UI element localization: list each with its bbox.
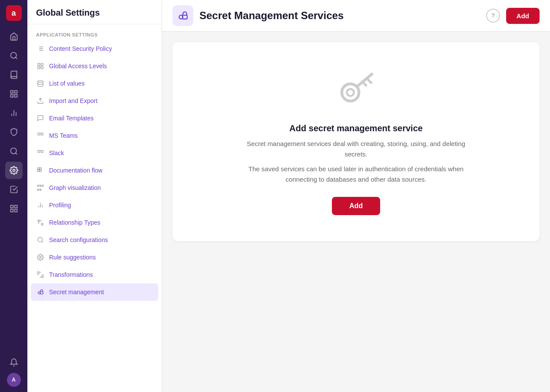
empty-state-description1: Secret management services deal with cre…: [243, 139, 469, 159]
svg-rect-3: [14, 91, 17, 93]
sidebar-item-label: Relationship Types: [49, 219, 100, 226]
svg-line-54: [367, 79, 371, 83]
left-sidebar: Global Settings Application Settings Con…: [27, 0, 162, 392]
sidebar-item-label: List of values: [49, 80, 85, 87]
sidebar-item-global-access-levels[interactable]: Global Access Levels: [27, 57, 162, 75]
email-templates-icon: [36, 114, 45, 123]
svg-rect-25: [41, 150, 43, 153]
sidebar-item-import-export[interactable]: Import and Export: [27, 92, 162, 110]
svg-rect-32: [42, 185, 43, 186]
sidebar-item-rule-suggestions[interactable]: Rule suggestions: [27, 249, 162, 266]
transformations-icon: [36, 270, 45, 279]
global-access-levels-icon: [36, 62, 45, 70]
sidebar-item-graph-visualization[interactable]: Graph visualization: [27, 179, 162, 196]
svg-rect-46: [42, 276, 43, 278]
nav-icon-search-adv[interactable]: [5, 143, 23, 160]
svg-point-0: [10, 53, 16, 58]
svg-rect-22: [38, 133, 40, 135]
empty-state-add-button[interactable]: Add: [332, 197, 380, 215]
svg-point-39: [41, 223, 43, 225]
svg-line-1: [15, 57, 17, 59]
icon-sidebar: a A: [0, 0, 27, 392]
svg-line-10: [15, 153, 17, 155]
sidebar-item-label: Search configurations: [49, 236, 108, 243]
nav-icon-analytics[interactable]: [5, 104, 23, 122]
ms-teams-icon: [36, 131, 45, 140]
sidebar-item-label: Graph visualization: [49, 184, 101, 191]
sidebar-item-label: Import and Export: [49, 97, 97, 104]
svg-rect-45: [37, 272, 39, 273]
sidebar-item-slack[interactable]: Slack: [27, 144, 162, 162]
nav-icon-add-widget[interactable]: [5, 200, 23, 217]
sidebar-item-label: Documentation flow: [49, 167, 103, 174]
svg-rect-4: [14, 95, 17, 97]
user-avatar[interactable]: A: [7, 373, 21, 387]
svg-line-43: [42, 241, 43, 243]
svg-rect-27: [40, 168, 41, 169]
help-icon: ?: [491, 12, 495, 19]
page-title: Secret Management Services: [199, 10, 480, 22]
svg-rect-18: [38, 66, 40, 69]
svg-point-9: [10, 148, 16, 154]
sidebar-item-search-configurations[interactable]: Search configurations: [27, 231, 162, 249]
svg-point-52: [347, 89, 354, 96]
svg-rect-26: [37, 168, 39, 169]
nav-icon-book[interactable]: [5, 66, 23, 83]
sidebar-item-transformations[interactable]: Transformations: [27, 266, 162, 283]
svg-rect-5: [10, 95, 13, 97]
svg-rect-2: [10, 91, 13, 93]
help-button[interactable]: ?: [486, 9, 500, 23]
relationship-types-icon: [36, 218, 45, 227]
sidebar-item-label: Rule suggestions: [49, 254, 96, 261]
content-body: Add secret management service Secret man…: [162, 32, 550, 392]
nav-icon-shield[interactable]: [5, 123, 23, 141]
sidebar-item-secret-management[interactable]: Secret management: [31, 283, 158, 301]
nav-icon-tasks[interactable]: [5, 181, 23, 198]
empty-state-card: Add secret management service Secret man…: [172, 42, 540, 241]
documentation-flow-icon: [36, 166, 45, 175]
sidebar-item-email-templates[interactable]: Email Templates: [27, 110, 162, 127]
svg-point-38: [38, 220, 40, 222]
svg-rect-16: [38, 63, 40, 66]
svg-point-11: [13, 169, 15, 172]
secret-management-icon: [36, 288, 45, 296]
sidebar-item-profiling[interactable]: Profiling: [27, 196, 162, 214]
main-header: Secret Management Services ? Add: [162, 0, 550, 32]
sidebar-item-content-security-policy[interactable]: Content Security Policy: [27, 40, 162, 57]
app-logo[interactable]: a: [6, 5, 22, 21]
svg-line-55: [363, 83, 366, 85]
slack-icon: [36, 149, 45, 157]
sidebar-item-label: Profiling: [49, 202, 71, 209]
sidebar-item-list-of-values[interactable]: List of values: [27, 75, 162, 92]
sidebar-item-label: MS Teams: [49, 132, 78, 139]
svg-rect-14: [14, 209, 17, 212]
empty-state-title: Add secret management service: [289, 123, 423, 133]
nav-icon-home[interactable]: [5, 28, 23, 45]
sidebar-title: Global Settings: [27, 0, 162, 24]
svg-rect-29: [40, 170, 41, 172]
sidebar-item-relationship-types[interactable]: Relationship Types: [27, 214, 162, 231]
sidebar-item-label: Content Security Policy: [49, 45, 112, 52]
svg-point-44: [40, 256, 41, 258]
profiling-icon: [36, 201, 45, 209]
nav-icon-search[interactable]: [5, 47, 23, 64]
search-configurations-icon: [36, 236, 45, 244]
header-add-button[interactable]: Add: [506, 8, 540, 24]
svg-rect-13: [14, 206, 17, 208]
rule-suggestions-icon: [36, 253, 45, 262]
svg-rect-30: [37, 185, 39, 186]
sidebar-item-ms-teams[interactable]: MS Teams: [27, 127, 162, 144]
nav-icon-settings[interactable]: [5, 162, 23, 179]
nav-icon-grid[interactable]: [5, 85, 23, 103]
sidebar-item-label: Secret management: [49, 289, 104, 296]
content-security-policy-icon: [36, 44, 45, 53]
section-label: Application Settings: [27, 29, 162, 40]
nav-icon-bell[interactable]: [5, 354, 23, 371]
import-export-icon: [36, 96, 45, 105]
svg-rect-24: [38, 150, 40, 153]
svg-rect-15: [10, 209, 13, 212]
sidebar-item-documentation-flow[interactable]: Documentation flow: [27, 162, 162, 179]
sidebar-item-label: Email Templates: [49, 115, 93, 122]
svg-rect-19: [41, 66, 43, 69]
sidebar-item-label: Global Access Levels: [49, 63, 107, 70]
